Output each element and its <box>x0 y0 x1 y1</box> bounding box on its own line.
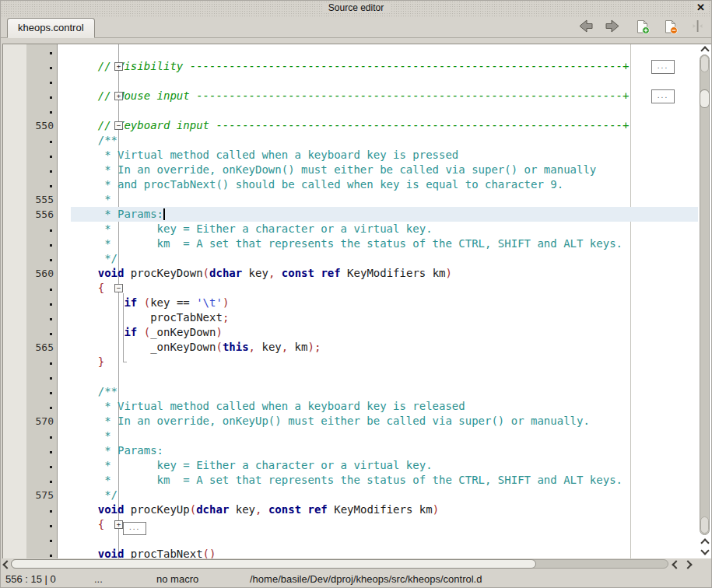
gutter-line-number <box>26 443 57 458</box>
unnumbered-line-dot <box>50 436 52 439</box>
status-ellipsis: ... <box>94 573 103 585</box>
code-line[interactable]: * Virtual method called when a keyboard … <box>71 148 698 163</box>
gutter-line-number <box>26 532 57 547</box>
go-back-icon[interactable] <box>577 19 593 36</box>
code-line[interactable]: * In an override, onKeyUp() must either … <box>71 414 698 429</box>
code-line[interactable]: * and procTabNext() should be called whe… <box>71 177 698 192</box>
code-line[interactable]: * Virtual method called when a keyboard … <box>71 399 698 414</box>
code-line-current[interactable]: * Params: <box>71 207 698 222</box>
scroll-left-icon[interactable] <box>2 560 11 569</box>
code-line[interactable]: {... <box>71 517 698 532</box>
unnumbered-line-dot <box>50 555 52 557</box>
code-line[interactable]: * km = A set that represents the status … <box>71 236 698 251</box>
collapsed-fold-indicator[interactable]: ... <box>651 60 675 74</box>
code-line[interactable]: // Keyboard input ----------------------… <box>71 118 698 133</box>
vertical-scroll-thumb[interactable] <box>700 89 710 108</box>
unnumbered-line-dot <box>50 141 52 143</box>
window-title: Source editor <box>322 2 390 13</box>
gutter-line-number <box>26 133 57 148</box>
code-line[interactable]: if (key == '\t') <box>71 296 698 310</box>
code-line[interactable]: void procKeyDown(dchar key, const ref Ke… <box>71 266 698 281</box>
vertical-scrollbar[interactable] <box>698 44 712 559</box>
scroll-up-icon[interactable] <box>700 46 709 54</box>
code-line[interactable]: * Params: <box>71 443 698 458</box>
code-line[interactable]: { <box>71 281 698 296</box>
code-line[interactable]: if (_onKeyDown) <box>71 325 698 340</box>
code-line[interactable]: * key = Either a character or a virtual … <box>71 458 698 473</box>
gutter-line-number: 550 <box>26 118 57 133</box>
code-line[interactable]: * In an override, onKeyDown() must eithe… <box>71 163 698 177</box>
unnumbered-line-dot <box>50 259 52 261</box>
code-line[interactable] <box>71 532 698 547</box>
code-editor[interactable]: 550555556560565570575 ++−−+ // Visibilit… <box>2 44 712 559</box>
code-line[interactable]: // Visibility --------------------------… <box>71 59 698 74</box>
vertical-scroll-cap-top <box>700 55 709 72</box>
code-line[interactable]: * <box>71 429 698 443</box>
title-bar[interactable]: Source editor ✕ <box>1 1 711 16</box>
gutter-line-number <box>26 222 57 236</box>
fold-expand-toggle[interactable]: + <box>114 62 123 71</box>
code-line[interactable]: */ <box>71 488 698 502</box>
tab-kheops-control[interactable]: kheops.control <box>7 18 95 38</box>
code-line[interactable]: /** <box>71 133 698 148</box>
gutter-line-number <box>26 281 57 296</box>
new-document-icon[interactable] <box>637 19 650 37</box>
unnumbered-line-dot <box>50 333 52 335</box>
vertical-scroll-cap-bottom <box>700 516 709 534</box>
gutter-line-number: 555 <box>26 192 57 207</box>
code-line[interactable]: */ <box>71 251 698 266</box>
code-line[interactable] <box>71 103 698 118</box>
code-line[interactable]: void procTabNext() <box>71 547 698 559</box>
gutter-line-number: 570 <box>26 414 57 429</box>
code-line[interactable]: _onKeyDown(this, key, km); <box>71 340 698 355</box>
unnumbered-line-dot <box>50 392 52 394</box>
code-line[interactable] <box>71 369 698 384</box>
gutter-line-number: 560 <box>26 266 57 281</box>
text-caret <box>163 208 165 220</box>
gutter-line-number <box>26 236 57 251</box>
code-line[interactable] <box>71 74 698 89</box>
code-line[interactable]: // Mouse input -------------------------… <box>71 89 698 103</box>
vertical-scroll-track[interactable] <box>700 54 710 535</box>
gutter-line-number <box>26 399 57 414</box>
fold-expand-toggle[interactable]: + <box>114 520 123 529</box>
unnumbered-line-dot <box>50 466 52 468</box>
code-area[interactable]: // Visibility --------------------------… <box>71 44 698 559</box>
split-view-icon[interactable] <box>692 19 703 36</box>
unnumbered-line-dot <box>50 52 52 54</box>
fold-gutter[interactable]: ++−−+ <box>58 44 71 559</box>
gutter-line-number <box>26 103 57 118</box>
close-document-icon[interactable] <box>665 19 678 37</box>
gutter-line-number: 556 <box>26 207 57 222</box>
code-line[interactable]: * key = Either a character or a virtual … <box>71 222 698 236</box>
code-line[interactable]: /** <box>71 384 698 399</box>
code-line[interactable]: procTabNext; <box>71 310 698 325</box>
scroll-right-icon[interactable] <box>683 560 692 569</box>
scroll-down-icon[interactable] <box>700 546 709 555</box>
close-icon[interactable]: ✕ <box>694 2 707 13</box>
code-line[interactable]: * km = A set that represents the status … <box>71 473 698 488</box>
collapsed-fold-indicator[interactable]: ... <box>651 89 675 103</box>
code-line[interactable] <box>71 44 698 59</box>
horizontal-scroll-thumb[interactable] <box>11 559 536 569</box>
code-line[interactable]: void procKeyUp(dchar key, const ref KeyM… <box>71 502 698 517</box>
gutter-line-number <box>26 44 57 59</box>
unnumbered-line-dot <box>50 289 52 291</box>
gutter-line-number <box>26 310 57 325</box>
fold-collapse-toggle[interactable]: − <box>114 121 123 130</box>
code-line[interactable]: * <box>71 192 698 207</box>
gutter-line-number <box>26 473 57 488</box>
gutter-line-number <box>26 502 57 517</box>
fold-collapse-toggle[interactable]: − <box>114 284 123 292</box>
gutter-line-number <box>26 458 57 473</box>
unnumbered-line-dot <box>50 185 52 187</box>
fold-expand-toggle[interactable]: + <box>114 92 123 100</box>
horizontal-scrollbar[interactable] <box>1 558 712 569</box>
gutter-line-number <box>26 163 57 177</box>
scroll-left-end-icon[interactable] <box>672 560 680 569</box>
unnumbered-line-dot <box>50 362 52 365</box>
tab-toolbar <box>569 19 703 35</box>
gutter-line-number <box>26 148 57 163</box>
code-line[interactable]: } <box>71 355 698 369</box>
go-forward-icon[interactable] <box>605 19 621 36</box>
